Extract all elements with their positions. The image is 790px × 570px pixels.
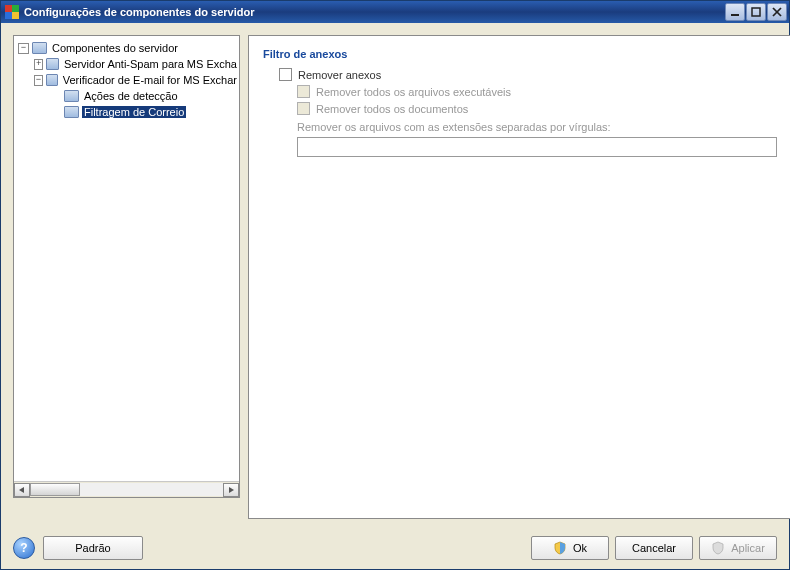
server-icon [32,42,47,54]
body-area: − Componentes do servidor + Servidor Ant… [1,23,789,531]
button-label: Cancelar [632,542,676,554]
horizontal-scrollbar[interactable] [14,481,239,497]
tree-node-email-verifier[interactable]: − Verificador de E-mail for MS Exchar [34,72,239,88]
tree-node-label: Servidor Anti-Spam para MS Excha [62,58,239,70]
tree-expand-icon[interactable]: + [34,59,43,70]
button-label: Padrão [75,542,110,554]
navigation-tree-panel: − Componentes do servidor + Servidor Ant… [13,35,240,498]
checkbox-remove-documents [297,102,310,115]
module-icon [46,74,58,86]
tree-collapse-icon[interactable]: − [34,75,43,86]
scroll-right-button[interactable] [223,483,239,497]
tree-node-antispam[interactable]: + Servidor Anti-Spam para MS Excha [34,56,239,72]
help-icon: ? [20,541,27,555]
tree-node-label: Verificador de E-mail for MS Exchar [61,74,239,86]
titlebar[interactable]: Configurações de componentes do servidor [1,1,789,23]
app-icon [5,5,19,19]
group-title-attachment-filter: Filtro de anexos [263,48,777,60]
apply-button[interactable]: Aplicar [699,536,777,560]
module-icon [46,58,59,70]
tree-node-label: Componentes do servidor [50,42,180,54]
shield-icon [553,541,567,555]
scroll-track[interactable] [30,483,223,496]
scroll-left-button[interactable] [14,483,30,497]
checkbox-label: Remover todos os documentos [316,103,468,115]
extensions-field-label: Remover os arquivos com as extensões sep… [297,121,777,133]
minimize-button[interactable] [725,3,745,21]
maximize-button[interactable] [746,3,766,21]
close-button[interactable] [767,3,787,21]
svg-rect-2 [5,12,12,19]
window-root: Configurações de componentes do servidor… [0,0,790,570]
tree-node-server-components[interactable]: − Componentes do servidor [18,40,239,56]
cancel-button[interactable]: Cancelar [615,536,693,560]
svg-rect-4 [731,14,739,16]
button-label: Aplicar [731,542,765,554]
tree-node-detection-actions[interactable]: Ações de detecção [50,88,239,104]
tree-node-mail-filtering[interactable]: Filtragem de Correio [50,104,239,120]
checkbox-row-remove-executables: Remover todos os arquivos executáveis [297,85,777,98]
defaults-button[interactable]: Padrão [43,536,143,560]
window-control-buttons [725,3,787,21]
svg-rect-1 [12,5,19,12]
svg-marker-8 [19,487,24,493]
checkbox-label: Remover anexos [298,69,381,81]
checkbox-remove-attachments[interactable] [279,68,292,81]
page-icon [64,106,79,118]
checkbox-row-remove-attachments[interactable]: Remover anexos [279,68,777,81]
tree-leaf-spacer [50,107,61,118]
button-label: Ok [573,542,587,554]
checkbox-remove-executables [297,85,310,98]
extensions-input [297,137,777,157]
svg-marker-9 [229,487,234,493]
tree-scroll-area[interactable]: − Componentes do servidor + Servidor Ant… [14,36,239,497]
button-bar: ? Padrão Ok Cancelar Aplicar [1,531,789,569]
ok-button[interactable]: Ok [531,536,609,560]
window-title: Configurações de componentes do servidor [24,6,254,18]
svg-rect-3 [12,12,19,19]
tree-collapse-icon[interactable]: − [18,43,29,54]
svg-rect-0 [5,5,12,12]
tree-node-label: Filtragem de Correio [82,106,186,118]
tree-node-label: Ações de detecção [82,90,180,102]
scroll-thumb[interactable] [30,483,80,496]
svg-rect-5 [752,8,760,16]
settings-content-panel: Filtro de anexos Remover anexos Remover … [248,35,790,519]
shield-icon [711,541,725,555]
checkbox-label: Remover todos os arquivos executáveis [316,86,511,98]
help-button[interactable]: ? [13,537,35,559]
tree-leaf-spacer [50,91,61,102]
page-icon [64,90,79,102]
checkbox-row-remove-documents: Remover todos os documentos [297,102,777,115]
